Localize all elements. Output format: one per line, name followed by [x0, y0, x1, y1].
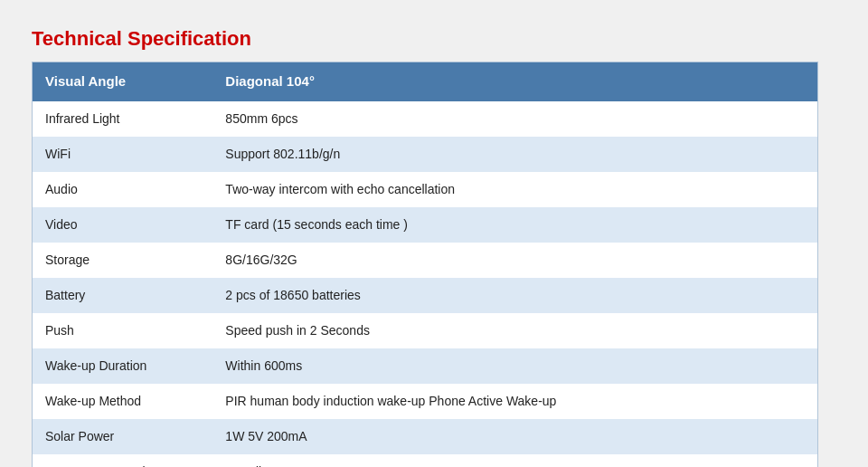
table-row: Power ConsumptionStandby current 300uAWo… [33, 454, 818, 468]
spec-value: Speed push in 2 Seconds [212, 313, 817, 348]
spec-value: Support 802.11b/g/n [212, 137, 817, 172]
table-row: Wake-up MethodPIR human body induction w… [33, 384, 818, 419]
spec-value: PIR human body induction wake-up Phone A… [212, 384, 817, 419]
table-row: Battery2 pcs of 18650 batteries [33, 278, 818, 313]
spec-value: TF card (15 seconds each time ) [212, 207, 817, 243]
spec-value: Standby current 300uAWorking current 250… [212, 454, 817, 468]
spec-value: Two-way intercom with echo cancellation [212, 172, 817, 207]
spec-label: Audio [33, 172, 213, 207]
table-header-row: Visual Angle Diagonal 104° [33, 62, 818, 101]
table-row: Storage8G/16G/32G [33, 243, 818, 278]
spec-label: Infrared Light [33, 101, 213, 137]
table-row: Solar Power1W 5V 200mA [33, 419, 818, 454]
header-col2: Diagonal 104° [212, 62, 817, 101]
table-row: VideoTF card (15 seconds each time ) [33, 207, 818, 243]
spec-label: Push [33, 313, 213, 348]
spec-value: Within 600ms [212, 348, 817, 384]
spec-value: 2 pcs of 18650 batteries [212, 278, 817, 313]
spec-table: Visual Angle Diagonal 104° Infrared Ligh… [32, 62, 818, 467]
table-row: Wake-up DurationWithin 600ms [33, 348, 818, 384]
table-row: WiFiSupport 802.11b/g/n [33, 137, 818, 172]
spec-label: Power Consumption [33, 454, 213, 468]
spec-value: 850mm 6pcs [212, 101, 817, 137]
table-row: Infrared Light850mm 6pcs [33, 101, 818, 137]
spec-label: Video [33, 207, 213, 243]
header-col1: Visual Angle [33, 62, 213, 101]
spec-label: WiFi [33, 137, 213, 172]
page-title: Technical Specification [32, 27, 836, 51]
spec-label: Wake-up Method [33, 384, 213, 419]
spec-label: Wake-up Duration [33, 348, 213, 384]
spec-label: Battery [33, 278, 213, 313]
spec-value: 8G/16G/32G [212, 243, 817, 278]
page-container: Technical Specification Visual Angle Dia… [18, 18, 850, 467]
spec-label: Storage [33, 243, 213, 278]
spec-label: Solar Power [33, 419, 213, 454]
table-row: PushSpeed push in 2 Seconds [33, 313, 818, 348]
spec-value: 1W 5V 200mA [212, 419, 817, 454]
table-row: AudioTwo-way intercom with echo cancella… [33, 172, 818, 207]
